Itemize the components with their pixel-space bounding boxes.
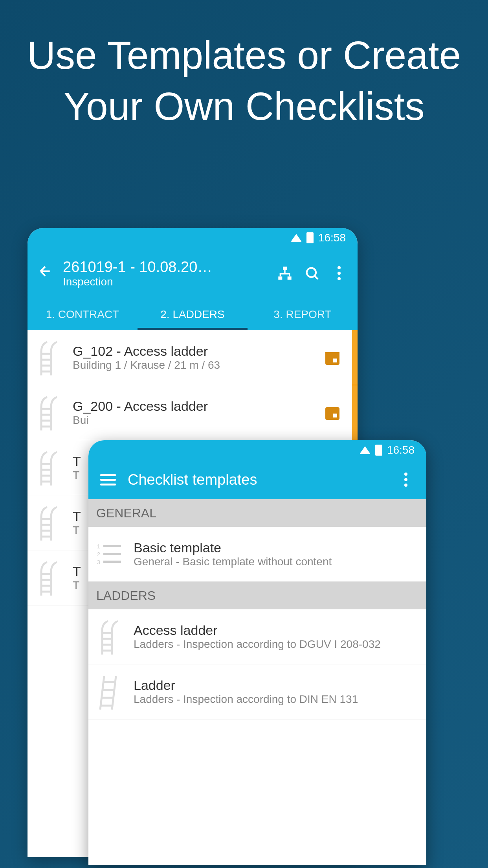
row-text: Basic template General - Basic template … [134, 540, 418, 568]
svg-rect-2 [288, 276, 292, 280]
svg-text:1: 1 [97, 543, 100, 550]
back-button[interactable] [37, 263, 53, 283]
row-text: G_200 - Access ladder Bui [73, 399, 323, 427]
access-ladder-icon [31, 558, 67, 598]
template-subtitle: General - Basic template without content [134, 555, 418, 568]
template-title: Access ladder [134, 623, 418, 638]
app-title: Checklist templates [128, 471, 385, 488]
calendar-icon[interactable] [323, 348, 342, 367]
svg-text:2: 2 [97, 551, 100, 557]
template-item[interactable]: 1 2 3 Basic template General - Basic tem… [88, 527, 426, 582]
template-subtitle: Ladders - Inspection according to DIN EN… [134, 693, 418, 706]
item-title: G_200 - Access ladder [73, 399, 323, 414]
hierarchy-icon[interactable] [276, 265, 294, 282]
template-title: Basic template [134, 540, 418, 555]
calendar-icon[interactable] [323, 403, 342, 422]
access-ladder-icon [31, 338, 67, 377]
app-title-block: 261019-1 - 10.08.20… Inspection [63, 259, 266, 288]
svg-rect-30 [103, 545, 121, 547]
app-bar: 261019-1 - 10.08.20… Inspection [28, 248, 358, 299]
svg-rect-34 [103, 561, 121, 563]
svg-rect-10 [333, 359, 337, 362]
access-ladder-icon [31, 503, 67, 542]
ladder-icon [92, 672, 128, 712]
item-subtitle: Building 1 / Krause / 21 m / 63 [73, 359, 323, 371]
headline: Use Templates or Create Your Own Checkli… [0, 0, 488, 132]
tab-report[interactable]: 3. REPORT [248, 299, 358, 330]
status-time: 16:58 [387, 444, 415, 456]
template-item[interactable]: Access ladder Ladders - Inspection accor… [88, 609, 426, 664]
tabs: 1. CONTRACT 2. LADDERS 3. REPORT [28, 299, 358, 330]
list-icon: 1 2 3 [92, 535, 128, 574]
tab-contract[interactable]: 1. CONTRACT [28, 299, 138, 330]
access-ladder-icon [92, 617, 128, 657]
svg-rect-16 [333, 414, 337, 417]
status-bar: 16:58 [88, 440, 426, 460]
access-ladder-icon [31, 448, 67, 487]
menu-icon[interactable] [100, 474, 116, 485]
wifi-icon [291, 234, 302, 242]
svg-rect-0 [283, 267, 287, 270]
svg-rect-32 [103, 553, 121, 555]
list-item[interactable]: G_200 - Access ladder Bui [28, 385, 358, 440]
template-subtitle: Ladders - Inspection according to DGUV I… [134, 638, 418, 651]
template-item[interactable]: Ladder Ladders - Inspection according to… [88, 664, 426, 719]
svg-rect-9 [325, 352, 339, 356]
section-header: LADDERS [88, 582, 426, 609]
svg-rect-15 [325, 407, 339, 420]
battery-icon [375, 445, 382, 456]
row-text: G_102 - Access ladder Building 1 / Kraus… [73, 344, 323, 371]
more-icon[interactable] [397, 471, 415, 488]
svg-text:3: 3 [97, 559, 100, 565]
svg-rect-1 [278, 276, 282, 280]
app-subtitle: Inspection [63, 276, 266, 288]
template-title: Ladder [134, 678, 418, 693]
item-title: G_102 - Access ladder [73, 344, 323, 359]
svg-point-3 [307, 268, 316, 277]
wifi-icon [360, 446, 371, 454]
more-icon[interactable] [330, 265, 348, 282]
app-title: 261019-1 - 10.08.20… [63, 259, 266, 276]
status-time: 16:58 [318, 232, 346, 244]
section-header: GENERAL [88, 499, 426, 527]
battery-icon [306, 232, 314, 243]
access-ladder-icon [31, 393, 67, 432]
templates-screen: 16:58 Checklist templates GENERAL 1 2 3 … [88, 440, 426, 865]
item-subtitle: Bui [73, 414, 323, 427]
search-icon[interactable] [303, 265, 321, 282]
row-text: Ladder Ladders - Inspection according to… [134, 678, 418, 706]
tab-ladders[interactable]: 2. LADDERS [138, 299, 248, 330]
list-item[interactable]: G_102 - Access ladder Building 1 / Kraus… [28, 330, 358, 385]
app-bar: Checklist templates [88, 460, 426, 499]
status-bar: 16:58 [28, 228, 358, 248]
row-text: Access ladder Ladders - Inspection accor… [134, 623, 418, 651]
